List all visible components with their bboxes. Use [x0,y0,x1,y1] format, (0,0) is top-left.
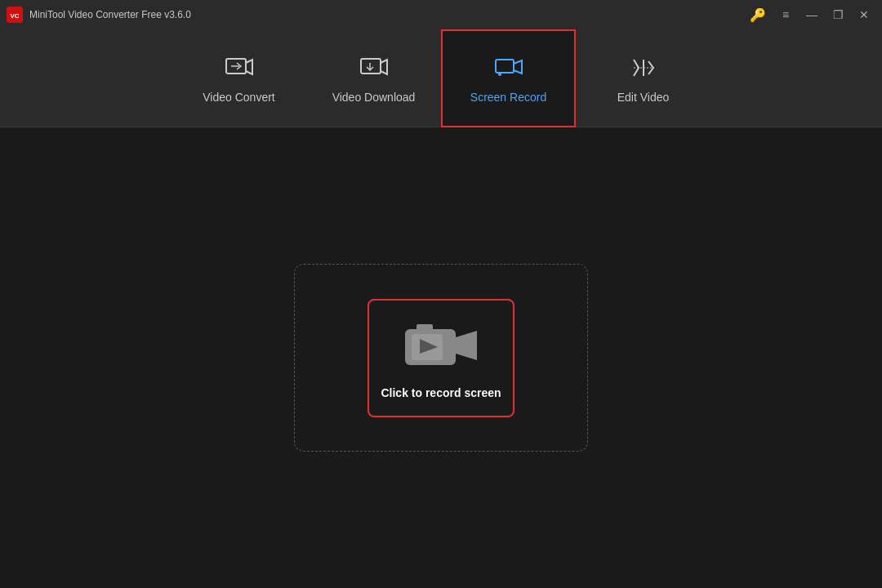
app-logo: VC [7,7,23,23]
tab-video-download-label: Video Download [332,91,416,104]
record-button-label: Click to record screen [381,386,501,399]
tab-video-convert-label: Video Convert [203,91,274,104]
svg-rect-6 [496,60,514,73]
nav-bar: Video Convert Video Download Screen Reco… [0,29,882,127]
tab-screen-record-label: Screen Record [470,91,546,104]
menu-button[interactable]: ≡ [774,3,797,26]
svg-marker-13 [456,331,477,360]
restore-button[interactable]: ❒ [826,3,849,26]
tab-video-download[interactable]: Video Download [306,29,441,127]
close-button[interactable]: ✕ [853,3,875,26]
key-icon: 🔑 [750,7,766,23]
video-convert-icon [225,53,254,82]
record-screen-button[interactable]: Click to record screen [368,299,514,417]
main-content: Click to record screen [0,127,882,588]
svg-rect-4 [361,59,381,74]
screen-record-icon [494,53,523,82]
camera-icon [402,316,480,375]
tab-video-convert[interactable]: Video Convert [172,29,306,127]
tab-edit-video-label: Edit Video [617,91,670,104]
title-bar: VC MiniTool Video Converter Free v3.6.0 … [0,0,882,29]
title-left: VC MiniTool Video Converter Free v3.6.0 [7,7,191,23]
minimize-button[interactable]: — [800,3,823,26]
svg-point-7 [498,73,501,76]
title-controls: 🔑 ≡ — ❒ ✕ [750,3,875,26]
video-download-icon [359,53,389,82]
dashed-container: Click to record screen [294,264,588,452]
tab-screen-record[interactable]: Screen Record [441,29,576,127]
tab-edit-video[interactable]: Edit Video [576,29,710,127]
svg-rect-12 [416,324,433,331]
app-title: MiniTool Video Converter Free v3.6.0 [29,9,191,20]
svg-text:VC: VC [10,12,19,20]
edit-video-icon [629,53,658,82]
camera-svg [402,316,480,375]
